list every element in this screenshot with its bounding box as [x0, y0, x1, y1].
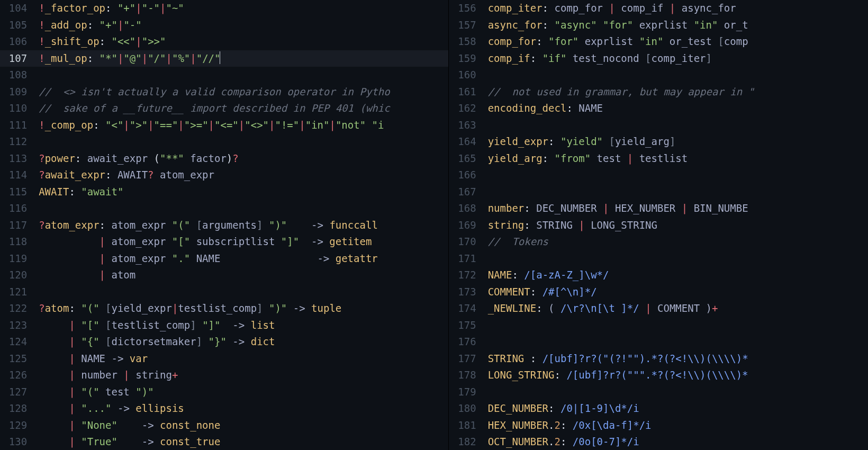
- code-line[interactable]: 176: [449, 334, 868, 350]
- line-number: 123: [0, 317, 39, 334]
- code-line[interactable]: 108: [0, 67, 448, 84]
- code-line[interactable]: 120 | atom: [0, 267, 448, 284]
- code-content[interactable]: comp_if: "if" test_nocond [comp_iter]: [488, 50, 712, 67]
- code-line[interactable]: 112: [0, 133, 448, 150]
- code-line[interactable]: 110// sake of a __future__ import descri…: [0, 100, 448, 117]
- code-line[interactable]: 174_NEWLINE: ( /\r?\n[\t ]*/ | COMMENT )…: [449, 300, 868, 317]
- code-line[interactable]: 162encoding_decl: NAME: [449, 100, 868, 117]
- code-line[interactable]: 166: [449, 167, 868, 184]
- code-content[interactable]: | "None" -> const_none: [39, 417, 220, 434]
- code-content[interactable]: NAME: /[a-zA-Z_]\w*/: [488, 267, 609, 284]
- code-line[interactable]: 114?await_expr: AWAIT? atom_expr: [0, 167, 448, 184]
- code-content[interactable]: | number | string+: [39, 367, 178, 384]
- code-content[interactable]: COMMENT: /#[^\n]*/: [488, 284, 597, 301]
- line-number: 130: [0, 434, 39, 450]
- code-line[interactable]: 124 | "{" [dictorsetmaker] "}" -> dict: [0, 334, 448, 350]
- code-content[interactable]: yield_expr: "yield" [yield_arg]: [488, 133, 676, 150]
- code-line[interactable]: 156comp_iter: comp_for | comp_if | async…: [449, 0, 868, 17]
- code-line[interactable]: 178LONG_STRING: /[ubf]?r?(""".*?(?<!\\)(…: [449, 367, 868, 384]
- code-line[interactable]: 175: [449, 317, 868, 334]
- code-line[interactable]: 115AWAIT: "await": [0, 184, 448, 201]
- code-line[interactable]: 113?power: await_expr ("**" factor)?: [0, 150, 448, 167]
- code-content[interactable]: _NEWLINE: ( /\r?\n[\t ]*/ | COMMENT )+: [488, 300, 718, 317]
- code-content[interactable]: | atom_expr "." NAME -> getattr: [39, 250, 378, 267]
- code-content[interactable]: | "[" [testlist_comp] "]" -> list: [39, 317, 275, 334]
- code-line[interactable]: 167: [449, 184, 868, 201]
- code-line[interactable]: 106!_shift_op: "<<"|">>": [0, 33, 448, 50]
- code-line[interactable]: 105!_add_op: "+"|"-": [0, 17, 448, 34]
- code-line[interactable]: 159comp_if: "if" test_nocond [comp_iter]: [449, 50, 868, 67]
- code-line[interactable]: 158comp_for: "for" exprlist "in" or_test…: [449, 33, 868, 50]
- code-line[interactable]: 119 | atom_expr "." NAME -> getattr: [0, 250, 448, 267]
- code-line[interactable]: 127 | "(" test ")": [0, 384, 448, 401]
- code-content[interactable]: | "True" -> const_true: [39, 434, 220, 450]
- code-content[interactable]: | "..." -> ellipsis: [39, 400, 184, 417]
- code-content[interactable]: | "(" test ")": [39, 384, 153, 401]
- code-line[interactable]: 117?atom_expr: atom_expr "(" [arguments]…: [0, 217, 448, 234]
- code-line[interactable]: 179: [449, 384, 868, 401]
- code-line[interactable]: 157async_for: "async" "for" exprlist "in…: [449, 17, 868, 34]
- code-line[interactable]: 171: [449, 250, 868, 267]
- code-line[interactable]: 109// <> isn't actually a valid comparis…: [0, 84, 448, 101]
- code-content[interactable]: !_mul_op: "*"|"@"|"/"|"%"|"//": [39, 50, 220, 67]
- code-content[interactable]: OCT_NUMBER.2: /0o[0-7]*/i: [488, 434, 639, 450]
- code-content[interactable]: // not used in grammar, but may appear i…: [488, 84, 754, 101]
- code-line[interactable]: 122?atom: "(" [yield_expr|testlist_comp]…: [0, 300, 448, 317]
- code-line[interactable]: 116: [0, 200, 448, 217]
- code-content[interactable]: ?power: await_expr ("**" factor)?: [39, 150, 239, 167]
- code-content[interactable]: | atom: [39, 267, 135, 284]
- code-content[interactable]: STRING : /[ubf]?r?("(?!"").*?(?<!\\)(\\\…: [488, 350, 748, 367]
- code-line[interactable]: 165yield_arg: "from" test | testlist: [449, 150, 868, 167]
- code-line[interactable]: 172NAME: /[a-zA-Z_]\w*/: [449, 267, 868, 284]
- code-content[interactable]: LONG_STRING: /[ubf]?r?(""".*?(?<!\\)(\\\…: [488, 367, 748, 384]
- code-line[interactable]: 163: [449, 117, 868, 134]
- code-line[interactable]: 125 | NAME -> var: [0, 350, 448, 367]
- code-line[interactable]: 173COMMENT: /#[^\n]*/: [449, 284, 868, 301]
- code-content[interactable]: // Tokens: [488, 233, 548, 250]
- code-line[interactable]: 130 | "True" -> const_true: [0, 434, 448, 450]
- code-content[interactable]: comp_for: "for" exprlist "in" or_test [c…: [488, 33, 748, 50]
- code-line[interactable]: 182OCT_NUMBER.2: /0o[0-7]*/i: [449, 434, 868, 450]
- code-line[interactable]: 180DEC_NUMBER: /0|[1-9]\d*/i: [449, 400, 868, 417]
- code-content[interactable]: yield_arg: "from" test | testlist: [488, 150, 688, 167]
- code-line[interactable]: 181HEX_NUMBER.2: /0x[\da-f]*/i: [449, 417, 868, 434]
- code-line[interactable]: 129 | "None" -> const_none: [0, 417, 448, 434]
- code-content[interactable]: | atom_expr "[" subscriptlist "]" -> get…: [39, 233, 372, 250]
- code-line[interactable]: 126 | number | string+: [0, 367, 448, 384]
- code-line[interactable]: 121: [0, 284, 448, 301]
- code-line[interactable]: 160: [449, 67, 868, 84]
- code-line[interactable]: 128 | "..." -> ellipsis: [0, 400, 448, 417]
- code-content[interactable]: !_comp_op: "<"|">"|"=="|">="|"<="|"<>"|"…: [39, 117, 384, 134]
- code-line[interactable]: 169string: STRING | LONG_STRING: [449, 217, 868, 234]
- code-content[interactable]: // <> isn't actually a valid comparison …: [39, 84, 390, 101]
- code-line[interactable]: 104!_factor_op: "+"|"-"|"~": [0, 0, 448, 17]
- code-line[interactable]: 161// not used in grammar, but may appea…: [449, 84, 868, 101]
- code-content[interactable]: ?atom_expr: atom_expr "(" [arguments] ")…: [39, 217, 378, 234]
- code-line[interactable]: 170// Tokens: [449, 233, 868, 250]
- code-line[interactable]: 177STRING : /[ubf]?r?("(?!"").*?(?<!\\)(…: [449, 350, 868, 367]
- code-content[interactable]: | "{" [dictorsetmaker] "}" -> dict: [39, 334, 275, 350]
- code-content[interactable]: !_add_op: "+"|"-": [39, 17, 142, 34]
- code-content[interactable]: HEX_NUMBER.2: /0x[\da-f]*/i: [488, 417, 652, 434]
- code-content[interactable]: async_for: "async" "for" exprlist "in" o…: [488, 17, 748, 34]
- editor-right-pane[interactable]: 156comp_iter: comp_for | comp_if | async…: [449, 0, 868, 450]
- editor-left-pane[interactable]: 104!_factor_op: "+"|"-"|"~"105!_add_op: …: [0, 0, 449, 450]
- code-line[interactable]: 118 | atom_expr "[" subscriptlist "]" ->…: [0, 233, 448, 250]
- code-content[interactable]: DEC_NUMBER: /0|[1-9]\d*/i: [488, 400, 639, 417]
- code-content[interactable]: // sake of a __future__ import described…: [39, 100, 390, 117]
- code-content[interactable]: | NAME -> var: [39, 350, 148, 367]
- code-content[interactable]: comp_iter: comp_for | comp_if | async_fo…: [488, 0, 736, 17]
- code-content[interactable]: AWAIT: "await": [39, 184, 123, 201]
- code-content[interactable]: number: DEC_NUMBER | HEX_NUMBER | BIN_NU…: [488, 200, 748, 217]
- code-line[interactable]: 168number: DEC_NUMBER | HEX_NUMBER | BIN…: [449, 200, 868, 217]
- code-content[interactable]: !_factor_op: "+"|"-"|"~": [39, 0, 184, 17]
- code-content[interactable]: !_shift_op: "<<"|">>": [39, 33, 166, 50]
- code-content[interactable]: ?await_expr: AWAIT? atom_expr: [39, 167, 214, 184]
- code-line[interactable]: 107!_mul_op: "*"|"@"|"/"|"%"|"//": [0, 50, 448, 67]
- code-line[interactable]: 123 | "[" [testlist_comp] "]" -> list: [0, 317, 448, 334]
- code-content[interactable]: ?atom: "(" [yield_expr|testlist_comp] ")…: [39, 300, 341, 317]
- code-line[interactable]: 111!_comp_op: "<"|">"|"=="|">="|"<="|"<>…: [0, 117, 448, 134]
- code-line[interactable]: 164yield_expr: "yield" [yield_arg]: [449, 133, 868, 150]
- code-content[interactable]: string: STRING | LONG_STRING: [488, 217, 657, 234]
- code-content[interactable]: encoding_decl: NAME: [488, 100, 603, 117]
